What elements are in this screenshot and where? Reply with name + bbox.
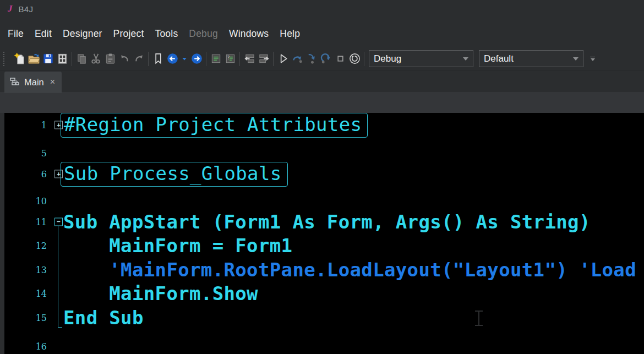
code-text: Sub AppStart (Form1 As Form, Args() As S… bbox=[63, 210, 591, 233]
code-line-6[interactable]: 6+Sub Process_Globals bbox=[0, 162, 644, 186]
navigate-history-dropdown-icon[interactable] bbox=[179, 51, 189, 67]
code-line-5[interactable]: 5 bbox=[0, 141, 644, 165]
collapsed-region-text: Sub Process_Globals bbox=[61, 162, 288, 187]
menu-item-file[interactable]: File bbox=[8, 28, 24, 47]
code-line-11[interactable]: 11−Sub AppStart (Form1 As Form, Args() A… bbox=[0, 210, 644, 233]
menu-item-edit[interactable]: Edit bbox=[35, 28, 52, 47]
copy-icon[interactable] bbox=[74, 51, 89, 67]
code-text: End Sub bbox=[63, 306, 144, 329]
menu-item-windows[interactable]: Windows bbox=[229, 28, 269, 47]
module-icon bbox=[10, 78, 19, 86]
step-out-icon[interactable] bbox=[319, 51, 333, 67]
step-over-icon[interactable] bbox=[290, 51, 304, 67]
comment-text: 'MainForm.RootPane.LoadLayout("Layout1")… bbox=[63, 258, 636, 281]
toolbar-overflow-icon[interactable] bbox=[590, 57, 595, 61]
menu-item-tools[interactable]: Tools bbox=[155, 28, 178, 47]
toolbar-separator bbox=[271, 52, 276, 66]
code-line-12[interactable]: 12 MainForm = Form1 bbox=[0, 234, 644, 257]
shift-lines-right-icon[interactable] bbox=[256, 51, 271, 67]
toolbar: ? Debug Default bbox=[0, 47, 644, 70]
window-title: B4J bbox=[19, 4, 34, 14]
line-number: 1 bbox=[0, 120, 47, 130]
code-editor[interactable]: 1+#Region Project Attributes56+Sub Proce… bbox=[0, 113, 644, 354]
save-icon[interactable] bbox=[41, 51, 55, 67]
navigate-back-icon[interactable] bbox=[165, 51, 179, 67]
line-number: 6 bbox=[0, 169, 47, 179]
chevron-down-icon bbox=[463, 57, 468, 61]
line-number: 5 bbox=[0, 148, 47, 159]
cut-icon[interactable] bbox=[89, 51, 103, 67]
shift-lines-left-icon[interactable] bbox=[242, 51, 256, 67]
toolbar-separator bbox=[204, 52, 209, 66]
toolbar-grip[interactable] bbox=[3, 52, 12, 66]
run-icon[interactable] bbox=[276, 51, 290, 67]
tab-main[interactable]: Main × bbox=[4, 72, 62, 92]
menu-item-designer[interactable]: Designer bbox=[63, 28, 102, 47]
open-project-icon[interactable] bbox=[26, 51, 41, 67]
menu-item-help[interactable]: Help bbox=[280, 28, 300, 47]
comment-code-icon[interactable] bbox=[209, 51, 223, 67]
code-line-1[interactable]: 1+#Region Project Attributes bbox=[0, 113, 644, 137]
bookmark-icon[interactable] bbox=[151, 51, 165, 67]
run-mode-select[interactable]: Debug bbox=[369, 50, 473, 67]
clean-project-icon[interactable] bbox=[347, 51, 362, 67]
line-number: 10 bbox=[0, 196, 47, 206]
editor-header-strip bbox=[0, 92, 644, 113]
menu-item-project[interactable]: Project bbox=[113, 28, 144, 47]
line-number: 15 bbox=[0, 313, 47, 323]
modules-icon[interactable] bbox=[55, 51, 69, 67]
new-project-icon[interactable] bbox=[12, 51, 26, 67]
build-configuration-select[interactable]: Default bbox=[479, 50, 583, 67]
run-mode-value: Debug bbox=[374, 53, 463, 64]
build-configuration-value: Default bbox=[484, 53, 573, 64]
redo-icon[interactable] bbox=[132, 51, 146, 67]
menu-item-debug[interactable]: Debug bbox=[189, 28, 218, 47]
line-number: 14 bbox=[0, 288, 47, 299]
b4j-logo-icon: J bbox=[8, 3, 13, 14]
toolbar-separator bbox=[362, 52, 367, 66]
toolbar-separator bbox=[69, 52, 74, 66]
fold-collapse-toggle[interactable]: − bbox=[54, 218, 63, 226]
chevron-down-icon bbox=[573, 57, 578, 61]
uncomment-code-icon[interactable]: ? bbox=[223, 51, 237, 67]
line-number: 16 bbox=[0, 341, 47, 352]
stop-icon[interactable] bbox=[333, 51, 347, 67]
code-text: MainForm = Form1 bbox=[63, 234, 292, 257]
line-number: 11 bbox=[0, 217, 47, 227]
line-number: 13 bbox=[0, 265, 47, 275]
code-line-10[interactable]: 10 bbox=[0, 189, 644, 213]
code-line-16[interactable]: 16 bbox=[0, 335, 644, 354]
toolbar-separator bbox=[146, 52, 151, 66]
svg-text:?: ? bbox=[227, 55, 230, 61]
tab-label: Main bbox=[24, 77, 44, 88]
line-number: 12 bbox=[0, 241, 47, 251]
code-text: MainForm.Show bbox=[63, 282, 258, 305]
code-line-15[interactable]: 15End Sub bbox=[0, 306, 644, 329]
code-line-13[interactable]: 13 'MainForm.RootPane.LoadLayout("Layout… bbox=[0, 258, 644, 281]
title-bar: J B4J bbox=[0, 0, 644, 18]
code-line-14[interactable]: 14 MainForm.Show bbox=[0, 282, 644, 305]
close-icon[interactable]: × bbox=[50, 77, 55, 87]
menu-bar: FileEditDesignerProjectToolsDebugWindows… bbox=[0, 18, 644, 47]
collapsed-region-text: #Region Project Attributes bbox=[61, 113, 368, 138]
undo-icon[interactable] bbox=[117, 51, 132, 67]
navigate-forward-icon[interactable] bbox=[189, 51, 204, 67]
step-into-icon[interactable] bbox=[304, 51, 319, 67]
tab-bar: Main × bbox=[0, 70, 644, 92]
paste-icon[interactable] bbox=[103, 51, 117, 67]
toolbar-separator bbox=[237, 52, 242, 66]
